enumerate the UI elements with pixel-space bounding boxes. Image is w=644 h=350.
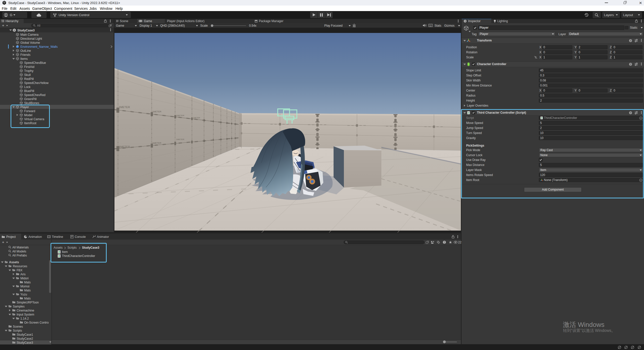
svg-text:1METER: 1METER: [176, 114, 184, 117]
svg-text:?: ?: [630, 63, 631, 66]
svg-text:1METER: 1METER: [119, 106, 130, 109]
svg-text:1METER: 1METER: [152, 142, 162, 144]
svg-text:1METER: 1METER: [152, 110, 162, 113]
svg-text:1METER: 1METER: [193, 117, 200, 119]
svg-text:1METER: 1METER: [119, 145, 130, 148]
svg-text:?: ?: [630, 39, 631, 42]
svg-text:1METER: 1METER: [176, 138, 184, 141]
